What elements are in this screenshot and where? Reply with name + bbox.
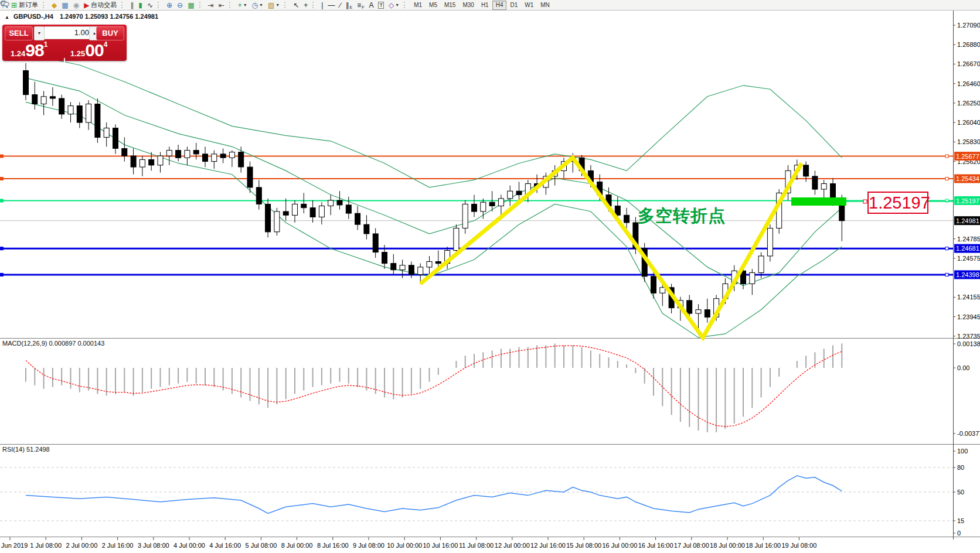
- market-watch-icon: ◆: [52, 2, 57, 9]
- timeframe-h1-button[interactable]: H1: [478, 1, 492, 10]
- price-tag-label: 1.25434: [956, 175, 979, 182]
- chart-symbol-timeframe: GBPUSD-,H4: [13, 13, 53, 20]
- new-order-button[interactable]: ⊞新订单: [9, 0, 40, 10]
- price-tick-label: 1.26460: [957, 80, 980, 87]
- bollinger-upper-band: [26, 54, 842, 187]
- indicators-icon: +: [238, 2, 242, 9]
- bar-chart-button[interactable]: ∥: [128, 0, 136, 10]
- time-axis-label: 4 Jul 16:00: [209, 542, 241, 549]
- resistance-line-lower-handle[interactable]: [945, 177, 948, 180]
- horizontal-line-button[interactable]: —: [325, 0, 337, 10]
- autotrading-button[interactable]: ▶自动交易: [81, 0, 119, 10]
- pivot-line-green-left-anchor[interactable]: [0, 199, 4, 203]
- trendline-icon: ∕: [339, 2, 341, 9]
- chart-shift-button[interactable]: ⇤: [216, 0, 227, 10]
- callout-anchor-handle[interactable]: [863, 200, 867, 203]
- zoom-in-icon: ⊕: [166, 2, 172, 9]
- timeframe-d1-button[interactable]: D1: [506, 1, 521, 10]
- chart-ohlc-values: 1.24970 1.25093 1.24756 1.24981: [60, 13, 158, 20]
- volume-input[interactable]: 1.00: [44, 26, 94, 39]
- support-line-lower-handle[interactable]: [945, 273, 948, 276]
- sell-price-big: 98: [25, 40, 43, 60]
- buy-button[interactable]: BUY: [96, 26, 124, 40]
- green-highlight-rectangle[interactable]: [791, 197, 846, 206]
- turning-point-annotation[interactable]: 多空转折点: [638, 204, 726, 228]
- time-axis-label: 10 Jul 00:00: [387, 542, 422, 549]
- support-line-upper-handle[interactable]: [945, 247, 948, 250]
- timeframe-m1-button[interactable]: M1: [410, 1, 426, 10]
- fibonacci-button[interactable]: ≡F: [355, 0, 366, 10]
- data-window-icon: ▦: [62, 2, 68, 9]
- timeframe-m30-button[interactable]: M30: [459, 1, 477, 10]
- zoom-out-button[interactable]: ⊖: [175, 0, 185, 10]
- time-axis-label: 8 Jul 16:00: [317, 542, 349, 549]
- text-icon: A: [369, 2, 373, 9]
- rsi-line: [26, 476, 842, 513]
- chevron-down-icon[interactable]: ▼: [395, 3, 399, 7]
- icon-subscript: F: [362, 5, 364, 9]
- cursor-button[interactable]: ↖: [291, 0, 301, 10]
- time-axis-label: 11 Jul 08:00: [459, 542, 494, 549]
- chevron-down-icon[interactable]: ▼: [275, 3, 280, 7]
- autotrading-button-label: 自动交易: [91, 1, 117, 9]
- price-tag-label: 1.24681: [956, 245, 979, 252]
- indicators-button[interactable]: +▼: [236, 0, 250, 10]
- support-line-lower-left-anchor[interactable]: [0, 273, 4, 276]
- price-tick-label: 1.26670: [957, 60, 980, 67]
- sell-price[interactable]: 1.24981: [11, 40, 47, 60]
- timeframe-h4-button[interactable]: H4: [492, 1, 507, 10]
- price-tick-label: 1.23735: [957, 333, 980, 340]
- price-chart-canvas[interactable]: 1.270901.268801.266701.264601.262501.260…: [0, 0, 980, 553]
- tile-windows-button[interactable]: ▦: [185, 0, 196, 10]
- time-axis-label: 8 Jul 00:00: [281, 542, 313, 549]
- icon-subscript: E: [350, 5, 353, 9]
- chart-shift-icon: ⇤: [219, 2, 224, 9]
- market-watch-button[interactable]: ◆: [49, 0, 59, 10]
- time-axis-label: 15 Jul 08:00: [566, 542, 601, 549]
- resistance-line-upper-handle[interactable]: [945, 155, 948, 158]
- line-chart-button[interactable]: ∿: [145, 0, 155, 10]
- sell-price-small: 1.24: [11, 49, 25, 58]
- buy-price[interactable]: 1.25004: [70, 40, 107, 60]
- time-axis-label: 9 Jul 08:00: [353, 542, 384, 549]
- resistance-line-lower-left-anchor[interactable]: [0, 177, 4, 180]
- arrows-button[interactable]: ◇▼: [386, 0, 401, 10]
- auto-scroll-button[interactable]: ⇥: [206, 0, 216, 10]
- trendline-button[interactable]: ∕: [337, 0, 343, 10]
- chevron-down-icon[interactable]: ▼: [243, 3, 247, 7]
- vertical-line-button[interactable]: |: [319, 0, 325, 10]
- volume-decrease-button[interactable]: ▼: [34, 26, 45, 40]
- crosshair-button[interactable]: +: [301, 0, 310, 10]
- timeframe-w1-button[interactable]: W1: [521, 1, 537, 10]
- price-tick-label: 1.23945: [957, 313, 980, 320]
- templates-button[interactable]: ▧▼: [266, 0, 282, 10]
- signals-button[interactable]: ◉: [71, 0, 81, 10]
- vertical-line-icon: |: [321, 2, 323, 9]
- zoom-in-button[interactable]: ⊕: [164, 0, 175, 10]
- timeframe-mn-button[interactable]: MN: [537, 1, 553, 10]
- resistance-line-upper-left-anchor[interactable]: [0, 155, 4, 158]
- price-tag-label: 1.24398: [956, 271, 979, 278]
- periods-button[interactable]: ◷▼: [250, 0, 266, 10]
- chart-title: ▲ GBPUSD-,H4 1.24970 1.25093 1.24756 1.2…: [5, 13, 158, 20]
- timeframe-m15-button[interactable]: M15: [441, 1, 459, 10]
- buy-price-sup: 4: [104, 40, 108, 49]
- macd-indicator-label: MACD(12,26,9) 0.000897 0.000143: [2, 340, 104, 347]
- new-order-icon: ⊞: [11, 2, 17, 9]
- collapse-arrow-icon[interactable]: ▲: [5, 15, 9, 20]
- rsi-axis-label: 50: [957, 489, 964, 496]
- price-callout-box[interactable]: 1.25197: [867, 192, 928, 214]
- rsi-indicator-label: RSI(14) 51.2498: [2, 446, 50, 453]
- sell-button[interactable]: SELL: [5, 26, 33, 40]
- macd-axis-label: 0.001381: [957, 340, 980, 347]
- signals-icon: ◉: [73, 2, 79, 9]
- candlestick-chart-button[interactable]: ▮: [136, 0, 145, 10]
- text-label-button[interactable]: T: [376, 0, 386, 10]
- text-button[interactable]: A: [366, 0, 376, 10]
- price-tag-label: 1.25197: [956, 197, 979, 204]
- support-line-upper-left-anchor[interactable]: [0, 247, 4, 250]
- data-window-button[interactable]: ▦: [59, 0, 70, 10]
- chevron-down-icon[interactable]: ▼: [259, 3, 263, 7]
- channel-button[interactable]: ∥E: [343, 0, 355, 10]
- timeframe-m5-button[interactable]: M5: [426, 1, 441, 10]
